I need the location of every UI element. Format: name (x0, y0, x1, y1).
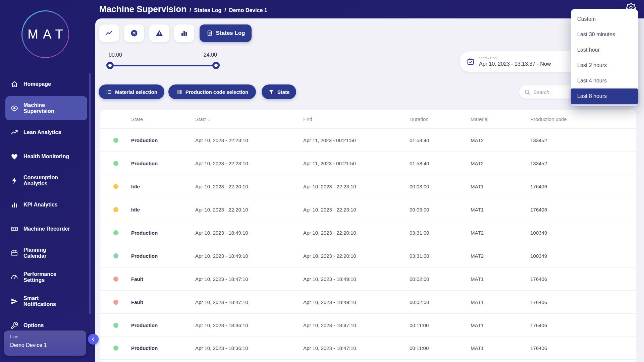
column-state[interactable]: State (131, 116, 195, 122)
cell-start: Apr 10, 2023 - 18:49:10 (195, 230, 303, 236)
time-menu-item-last-8-hours[interactable]: Last 8 hours (571, 88, 638, 104)
time-menu-item-last-30-minutes[interactable]: Last 30 minutes (571, 27, 638, 42)
trend-icon (10, 128, 18, 136)
view-stops-button[interactable] (124, 24, 144, 42)
time-menu-item-custom[interactable]: Custom (571, 11, 638, 27)
table-row[interactable]: Production Apr 10, 2023 - 18:49:10 Apr 1… (100, 221, 636, 244)
cell-state: Production (131, 253, 195, 259)
cell-start: Apr 10, 2023 - 18:36:10 (195, 322, 303, 328)
sidebar-item-kpi-analytics[interactable]: KPI Analytics (5, 193, 87, 217)
cell-state: Production (131, 230, 195, 236)
table-row[interactable]: Production Apr 10, 2023 - 18:36:10 Apr 1… (100, 337, 636, 360)
sidebar-item-performance-settings[interactable]: Performance Settings (5, 265, 87, 289)
device-card[interactable]: Line Demo Device 1 (4, 330, 86, 356)
view-trend-button[interactable] (99, 24, 119, 42)
cell-start: Apr 10, 2023 - 22:20:10 (195, 184, 303, 189)
cell-end: Apr 10, 2023 - 22:23:10 (303, 184, 410, 189)
production-code-selection-button[interactable]: Production code selection (168, 84, 256, 99)
cell-duration: 03:31:00 (410, 230, 471, 236)
date-range-picker[interactable]: Start - End Apr 10, 2023 - 13:13:37 - No… (460, 51, 585, 72)
state-filter-button[interactable]: State (262, 84, 296, 99)
time-menu-item-last-hour[interactable]: Last hour (571, 42, 638, 58)
view-histogram-button[interactable] (174, 24, 194, 42)
material-list-icon (106, 89, 112, 95)
cell-material: MAT1 (471, 345, 530, 351)
column-production-code[interactable]: Production code (530, 116, 636, 122)
state-dot (113, 161, 118, 166)
table-row[interactable]: Idle Apr 10, 2023 - 22:20:10 Apr 10, 202… (100, 175, 636, 198)
cell-production-code: 176406 (530, 299, 636, 305)
state-filter-label: State (277, 89, 290, 95)
cell-production-code: 176406 (530, 184, 636, 189)
table-header: State Start↓ End Duration Material Produ… (100, 110, 636, 128)
sidebar-item-label: Options (23, 322, 44, 328)
wrench-icon (10, 321, 18, 329)
sidebar-item-label: Homepage (23, 81, 51, 87)
table-row[interactable]: Fault Apr 10, 2023 - 18:47:10 Apr 10, 20… (100, 290, 636, 313)
table-row[interactable]: Idle Apr 10, 2023 - 22:20:10 Apr 10, 202… (100, 198, 636, 221)
breadcrumb-separator: / (224, 7, 226, 13)
time-slider-handle-end[interactable] (212, 62, 220, 69)
cell-material: MAT2 (471, 230, 530, 236)
sidebar-item-machine-recorder[interactable]: Machine Recorder (5, 217, 87, 241)
column-end[interactable]: End (303, 116, 410, 122)
cell-material: MAT1 (471, 322, 530, 328)
time-slider-track[interactable] (110, 65, 216, 66)
material-selection-button[interactable]: Material selection (99, 84, 164, 99)
sidebar-item-label: Lean Analytics (23, 129, 61, 135)
column-material[interactable]: Material (471, 116, 530, 122)
page-title: Machine Supervision (99, 4, 186, 14)
states-table: State Start↓ End Duration Material Produ… (100, 110, 636, 362)
sidebar-item-machine-supervision[interactable]: Machine Supervision (5, 96, 87, 120)
sidebar-item-label: Consumption Analytics (23, 175, 58, 187)
sidebar-item-homepage[interactable]: Homepage (5, 72, 87, 96)
table-row[interactable]: Production Apr 10, 2023 - 22:23:10 Apr 1… (100, 152, 636, 175)
recorder-icon (10, 225, 18, 233)
chevron-left-icon (90, 336, 97, 343)
sidebar-item-planning-calendar[interactable]: Planning Calendar (5, 241, 87, 265)
sidebar-item-lean-analytics[interactable]: Lean Analytics (5, 120, 87, 144)
cell-duration: 01:58:40 (410, 137, 471, 143)
cell-production-code: 133452 (530, 161, 636, 166)
eye-icon (10, 104, 18, 112)
cell-start: Apr 10, 2023 - 18:47:10 (195, 299, 303, 305)
sidebar-item-consumption-analytics[interactable]: Consumption Analytics (5, 169, 87, 193)
cell-material: MAT2 (471, 253, 530, 259)
cell-production-code: 100349 (530, 230, 636, 236)
column-duration[interactable]: Duration (410, 116, 471, 122)
trend-chart-icon (105, 29, 113, 37)
cell-state: Production (131, 137, 195, 143)
view-alarms-button[interactable] (149, 24, 169, 42)
send-icon (10, 297, 18, 305)
sidebar-item-health-monitoring[interactable]: Health Monitoring (5, 144, 87, 169)
cell-duration: 01:58:40 (410, 161, 471, 166)
sidebar-item-label: Performance Settings (23, 271, 56, 284)
cell-end: Apr 11, 2023 - 00:21:50 (303, 137, 410, 143)
breadcrumb-separator: / (190, 7, 191, 13)
sort-desc-icon[interactable]: ↓ (208, 116, 211, 122)
table-row[interactable]: Production Apr 10, 2023 - 18:49:10 Apr 1… (100, 244, 636, 267)
time-menu-item-last-4-hours[interactable]: Last 4 hours (571, 73, 638, 88)
cell-state: Fault (131, 276, 195, 282)
cell-production-code: 176406 (530, 345, 636, 351)
sidebar-item-smart-notifications[interactable]: Smart Notifications (5, 289, 87, 313)
state-dot (113, 184, 118, 189)
search-icon (524, 89, 531, 96)
document-icon (206, 30, 213, 37)
sidebar-item-label: Smart Notifications (23, 295, 56, 308)
tab-states-log[interactable]: States Log (200, 24, 252, 42)
cell-start: Apr 10, 2023 - 22:23:10 (195, 161, 303, 166)
table-row[interactable]: Fault Apr 10, 2023 - 18:47:10 Apr 10, 20… (100, 267, 636, 290)
column-start[interactable]: Start↓ (195, 116, 303, 122)
sidebar-scrollbar[interactable] (89, 73, 91, 314)
slider-start-label: 00:00 (104, 52, 127, 58)
time-slider-handle-start[interactable] (106, 62, 114, 69)
sidebar-collapse-button[interactable] (88, 334, 99, 345)
state-dot (113, 253, 118, 258)
time-menu-item-last-2-hours[interactable]: Last 2 hours (571, 58, 638, 73)
gauge-icon (10, 273, 18, 281)
table-row[interactable]: Production Apr 10, 2023 - 22:23:10 Apr 1… (100, 128, 636, 152)
breadcrumb-device[interactable]: Demo Device 1 (229, 7, 267, 13)
breadcrumb-states-log[interactable]: States Log (194, 7, 222, 13)
table-row[interactable]: Production Apr 10, 2023 - 18:36:10 Apr 1… (100, 313, 636, 337)
